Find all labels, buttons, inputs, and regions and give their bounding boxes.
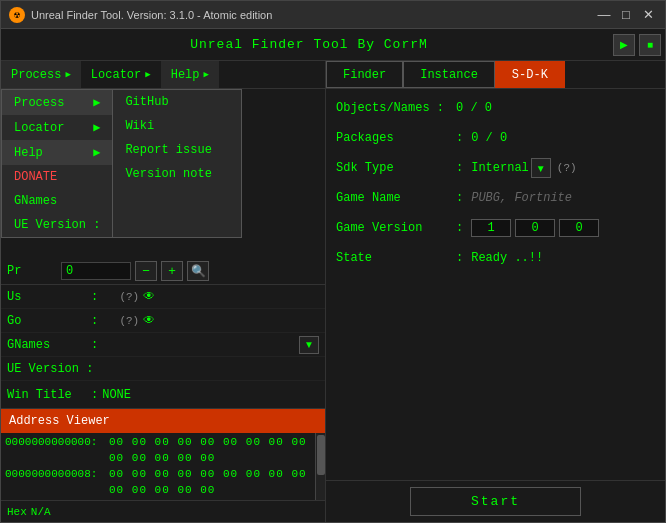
state-value: Ready ..!! [471, 251, 543, 265]
sdk-type-label: Sdk Type [336, 161, 456, 175]
main-window: ☢ Unreal Finder Tool. Version: 3.1.0 - A… [0, 0, 666, 523]
dropdown-github[interactable]: GitHub [113, 90, 241, 114]
locator-input[interactable] [61, 262, 131, 280]
dropdown-wiki[interactable]: Wiki [113, 114, 241, 138]
address-viewer-title: Address Viewer [9, 414, 110, 428]
dropdown-process[interactable]: Process ▶ [2, 90, 112, 115]
maximize-button[interactable]: □ [617, 6, 635, 24]
win-title-row: Win Title : NONE [1, 381, 325, 409]
objects-names-value: 0 / 0 [456, 101, 492, 115]
game-name-label: Game Name [336, 191, 456, 205]
info-ue-label: UE Version : [7, 362, 93, 376]
bottom-bar: Hex N/A [1, 500, 325, 522]
info-us-help: (?) [106, 291, 139, 303]
field-objects-names: Objects/Names : 0 / 0 [336, 95, 655, 121]
packages-value: 0 / 0 [471, 131, 507, 145]
address-viewer-header: Address Viewer [1, 409, 325, 433]
app-icon: ☢ [9, 7, 25, 23]
scrollbar-thumb[interactable] [317, 435, 325, 475]
menu-locator[interactable]: Locator ▶ [81, 61, 161, 88]
toolbar: Unreal Finder Tool By CorrM ▶ ■ [1, 29, 665, 61]
info-row-us: Us : (?) 👁 [1, 285, 325, 309]
menu-process[interactable]: Process ▶ [1, 61, 81, 88]
field-state: State : Ready ..!! [336, 245, 655, 271]
left-panel: Process ▶ Locator ▶ Help ▶ Process [1, 61, 326, 522]
dropdown-ue-version[interactable]: UE Version : [2, 213, 112, 237]
sdk-type-help-icon: (?) [557, 162, 577, 174]
locator-plus-button[interactable]: + [161, 261, 183, 281]
objects-names-label: Objects/Names : [336, 101, 456, 115]
locator-label: Pr [7, 264, 57, 278]
hex-value: N/A [31, 506, 51, 518]
toolbar-controls: ▶ ■ [613, 34, 661, 56]
packages-label: Packages [336, 131, 456, 145]
dropdown-col1: Process ▶ Locator ▶ Help ▶ DONATE [1, 89, 113, 238]
eye-icon-us[interactable]: 👁 [143, 289, 155, 304]
toolbar-title: Unreal Finder Tool By CorrM [5, 37, 613, 52]
info-us-label: Us [7, 290, 87, 304]
title-bar: ☢ Unreal Finder Tool. Version: 3.1.0 - A… [1, 1, 665, 29]
info-gnames-label: GNames [7, 338, 87, 352]
info-row-go: Go : (?) 👁 [1, 309, 325, 333]
info-go-help: (?) [106, 315, 139, 327]
field-packages: Packages : 0 / 0 [336, 125, 655, 151]
dropdown-col2: GitHub Wiki Report issue Version note [112, 89, 242, 238]
dropdown-help[interactable]: Help ▶ [2, 140, 112, 165]
right-panel: Finder Instance S-D-K Objects/Names : 0 … [326, 61, 665, 522]
dropdown-gnames[interactable]: GNames [2, 189, 112, 213]
hex-row: 0000000000010:00 00 00 00 00 00 00 00 00… [5, 499, 311, 500]
locator-minus-button[interactable]: − [135, 261, 157, 281]
process-arrow-icon: ▶ [65, 69, 70, 80]
tabs-row: Finder Instance S-D-K [326, 61, 665, 89]
gnames-dropdown-button[interactable]: ▼ [299, 336, 319, 354]
stop-button[interactable]: ■ [639, 34, 661, 56]
sdk-type-dropdown-button[interactable]: ▼ [531, 158, 551, 178]
field-game-version: Game Version : [336, 215, 655, 241]
win-title-value: NONE [102, 388, 131, 402]
locator-submenu-arrow: ▶ [93, 120, 100, 135]
info-row-ue-version: UE Version : [1, 357, 325, 381]
hex-address: 0000000000010: [5, 499, 105, 500]
scrollbar[interactable] [315, 433, 325, 500]
version-input-2[interactable] [515, 219, 555, 237]
right-content: Objects/Names : 0 / 0 Packages : 0 / 0 S… [326, 89, 665, 480]
dropdown-report-issue[interactable]: Report issue [113, 138, 241, 162]
hex-label: Hex [7, 506, 27, 518]
game-version-label: Game Version [336, 221, 456, 235]
version-input-1[interactable] [471, 219, 511, 237]
start-area: Start [326, 480, 665, 522]
address-viewer-body: 0000000000000:00 00 00 00 00 00 00 00 00… [1, 433, 325, 500]
version-input-3[interactable] [559, 219, 599, 237]
tab-finder[interactable]: Finder [326, 61, 403, 88]
dropdown-donate[interactable]: DONATE [2, 165, 112, 189]
close-button[interactable]: ✕ [639, 6, 657, 24]
minimize-button[interactable]: — [595, 6, 613, 24]
help-submenu-arrow: ▶ [93, 145, 100, 160]
window-controls: — □ ✕ [595, 6, 657, 24]
hex-address: 0000000000008: [5, 467, 105, 499]
state-label: State [336, 251, 456, 265]
dropdown-version-note[interactable]: Version note [113, 162, 241, 186]
play-button[interactable]: ▶ [613, 34, 635, 56]
version-inputs [471, 219, 599, 237]
hex-address: 0000000000000: [5, 435, 105, 467]
process-submenu-arrow: ▶ [93, 95, 100, 110]
dropdown-locator[interactable]: Locator ▶ [2, 115, 112, 140]
tab-instance[interactable]: Instance [403, 61, 495, 88]
hex-bytes: 00 00 00 00 00 00 00 00 00 00 00 00 00 0… [109, 499, 311, 500]
hex-bytes: 00 00 00 00 00 00 00 00 00 00 00 00 00 0… [109, 467, 311, 499]
start-button[interactable]: Start [410, 487, 581, 516]
locator-row: Pr − + 🔍 [1, 257, 325, 285]
menu-help[interactable]: Help ▶ [161, 61, 219, 88]
main-area: Process ▶ Locator ▶ Help ▶ Process [1, 61, 665, 522]
hex-row: 0000000000000:00 00 00 00 00 00 00 00 00… [5, 435, 311, 467]
info-go-label: Go [7, 314, 87, 328]
tab-sdk[interactable]: S-D-K [495, 61, 565, 88]
hex-row: 0000000000008:00 00 00 00 00 00 00 00 00… [5, 467, 311, 499]
dropdown-overlay: Process ▶ Locator ▶ Help ▶ DONATE [1, 89, 242, 238]
search-button[interactable]: 🔍 [187, 261, 209, 281]
field-game-name: Game Name : PUBG, Fortnite [336, 185, 655, 211]
field-sdk-type: Sdk Type : Internal ▼ (?) [336, 155, 655, 181]
sdk-type-value: Internal [471, 161, 529, 175]
eye-icon-go[interactable]: 👁 [143, 313, 155, 328]
